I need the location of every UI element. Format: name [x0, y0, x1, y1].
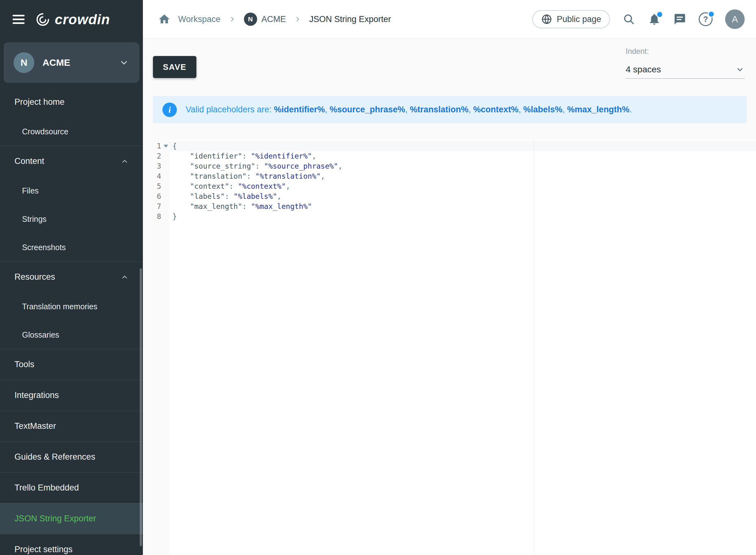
chevron-down-icon — [119, 57, 129, 68]
sidebar-item-trello-embedded[interactable]: Trello Embedded — [0, 472, 143, 503]
help-dot — [708, 11, 715, 17]
placeholder-token: %labels% — [523, 105, 562, 114]
code-line: } — [172, 211, 756, 221]
sidebar-item-json-string-exporter[interactable]: JSON String Exporter — [0, 503, 143, 534]
sidebar-item-label: Crowdsource — [22, 127, 68, 136]
sidebar-item-strings[interactable]: Strings — [0, 205, 143, 233]
placeholder-token: %identifier% — [274, 105, 325, 114]
chevron-right-icon — [228, 15, 236, 23]
breadcrumb-project[interactable]: N ACME — [244, 12, 286, 26]
sidebar-item-label: Resources — [14, 272, 55, 282]
sidebar-item-label: Guides & References — [14, 452, 95, 462]
editor-ruler — [534, 140, 534, 555]
topbar-actions: Public page ? A — [532, 9, 745, 29]
code-editor[interactable]: 12345678 { "identifier": "%identifier%",… — [143, 140, 756, 555]
sidebar-item-label: Screenshots — [22, 243, 66, 252]
sidebar-item-label: Content — [14, 156, 44, 166]
breadcrumb-project-label: ACME — [261, 14, 286, 24]
project-avatar: N — [244, 12, 257, 26]
chevron-up-icon — [120, 273, 129, 282]
help-button[interactable]: ? — [699, 12, 713, 26]
sidebar-header: crowdin — [0, 0, 143, 39]
sidebar-item-tools[interactable]: Tools — [0, 349, 143, 380]
chevron-down-icon — [735, 65, 745, 74]
workspace-selector[interactable]: N ACME — [4, 42, 139, 83]
sidebar-item-project-settings[interactable]: Project settings — [0, 534, 143, 555]
page-content: SAVE Indent: 4 spaces i Valid placeholde… — [143, 39, 756, 555]
breadcrumb-current-page: JSON String Exporter — [309, 14, 391, 24]
code-line: "translation": "%translation%", — [172, 171, 756, 181]
indent-label: Indent: — [626, 47, 745, 56]
topbar: Workspace N ACME JSON String Exporter — [143, 0, 756, 39]
sidebar-item-textmaster[interactable]: TextMaster — [0, 411, 143, 441]
placeholder-token: %source_phrase% — [330, 105, 405, 114]
code-line: "context": "%context%", — [172, 181, 756, 191]
crowdin-logo-icon — [35, 11, 51, 28]
save-button[interactable]: SAVE — [153, 56, 197, 78]
workspace-name: ACME — [42, 57, 70, 68]
placeholder-token: %context% — [473, 105, 518, 114]
sidebar-item-integrations[interactable]: Integrations — [0, 380, 143, 411]
sidebar-item-content[interactable]: Content — [0, 146, 143, 176]
indent-select[interactable]: 4 spaces — [626, 61, 745, 79]
user-avatar[interactable]: A — [725, 9, 745, 29]
info-icon: i — [162, 102, 177, 117]
crowdin-logo[interactable]: crowdin — [35, 11, 110, 28]
sidebar-item-label: Trello Embedded — [14, 483, 79, 493]
placeholder-token: %translation% — [410, 105, 468, 114]
public-page-label: Public page — [557, 14, 601, 24]
code-line: "identifier": "%identifier%", — [172, 151, 756, 161]
notifications-button[interactable] — [648, 12, 661, 26]
chevron-right-icon — [294, 15, 302, 23]
app-root: crowdin N ACME Project homeCrowdsourceCo… — [0, 0, 756, 555]
indent-control: Indent: 4 spaces — [626, 47, 745, 79]
line-number: 8 — [143, 211, 169, 221]
line-number: 2 — [143, 151, 169, 161]
sidebar-item-label: Translation memories — [22, 302, 97, 311]
sidebar: crowdin N ACME Project homeCrowdsourceCo… — [0, 0, 143, 555]
sidebar-item-resources[interactable]: Resources — [0, 261, 143, 292]
line-number: 1 — [143, 141, 169, 151]
line-number: 6 — [143, 191, 169, 201]
public-page-button[interactable]: Public page — [532, 10, 610, 28]
breadcrumb-workspace[interactable]: Workspace — [178, 14, 221, 24]
code-line: "labels": "%labels%", — [172, 191, 756, 201]
sidebar-item-label: Integrations — [14, 390, 59, 400]
code-line: "source_string": "%source_phrase%", — [172, 161, 756, 171]
sidebar-item-label: Strings — [22, 215, 47, 224]
line-number: 7 — [143, 201, 169, 211]
sidebar-item-translation-memories[interactable]: Translation memories — [0, 292, 143, 321]
line-number: 4 — [143, 171, 169, 181]
sidebar-item-glossaries[interactable]: Glossaries — [0, 321, 143, 349]
sidebar-scrollbar[interactable] — [140, 268, 142, 546]
sidebar-item-project-home[interactable]: Project home — [0, 87, 143, 117]
placeholders-info-text: Valid placeholders are: %identifier%, %s… — [186, 105, 632, 115]
line-number: 5 — [143, 181, 169, 191]
sidebar-item-screenshots[interactable]: Screenshots — [0, 233, 143, 261]
line-number: 3 — [143, 161, 169, 171]
sidebar-item-label: TextMaster — [14, 421, 56, 431]
sidebar-item-guides-references[interactable]: Guides & References — [0, 441, 143, 472]
sidebar-item-crowdsource[interactable]: Crowdsource — [0, 117, 143, 146]
home-icon[interactable] — [158, 13, 171, 26]
sidebar-item-label: Tools — [14, 359, 34, 369]
main-area: Workspace N ACME JSON String Exporter — [143, 0, 756, 555]
chevron-up-icon — [120, 157, 129, 166]
notification-dot — [656, 11, 663, 18]
editor-gutter: 12345678 — [143, 140, 169, 555]
sidebar-item-files[interactable]: Files — [0, 176, 143, 205]
menu-icon[interactable] — [11, 11, 27, 28]
crowdin-logo-text: crowdin — [55, 12, 110, 27]
breadcrumb: Workspace N ACME JSON String Exporter — [158, 12, 391, 26]
code-line: { — [169, 141, 756, 151]
messages-button[interactable] — [674, 13, 686, 26]
sidebar-item-label: JSON String Exporter — [14, 514, 96, 523]
placeholders-info-banner: i Valid placeholders are: %identifier%, … — [153, 96, 747, 123]
sidebar-item-label: Files — [22, 186, 39, 196]
fold-icon[interactable] — [164, 145, 168, 147]
indent-value: 4 spaces — [626, 65, 661, 75]
editor-code: { "identifier": "%identifier%", "source_… — [169, 140, 756, 555]
sidebar-item-label: Project settings — [14, 545, 73, 554]
search-button[interactable] — [623, 13, 635, 26]
sidebar-item-label: Glossaries — [22, 330, 59, 339]
